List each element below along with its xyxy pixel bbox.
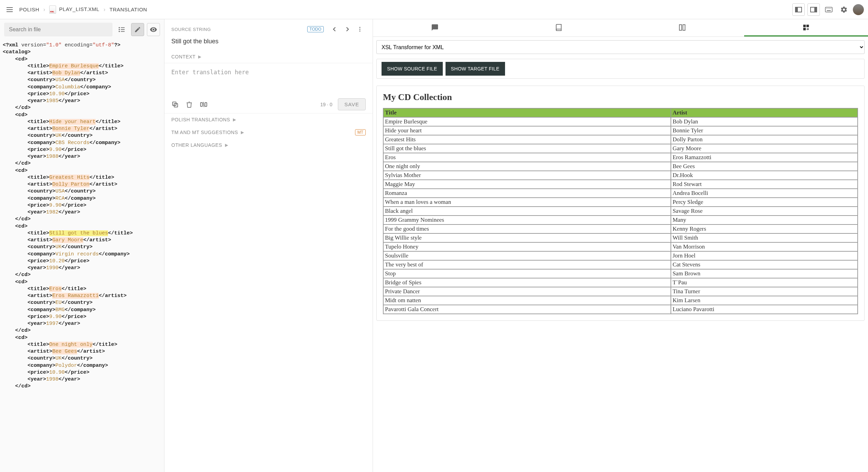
- edit-mode-button[interactable]: [131, 23, 144, 36]
- translation-input[interactable]: [164, 63, 373, 94]
- layout-split-right-button[interactable]: [807, 3, 820, 16]
- preview-title: My CD Collection: [383, 92, 858, 102]
- left-panel: <?xml version="1.0" encoding="utf-8"?> <…: [0, 19, 164, 472]
- cell-title: Pavarotti Gala Concert: [383, 305, 671, 314]
- keyboard-button[interactable]: [823, 3, 835, 16]
- copy-source-button[interactable]: [171, 101, 179, 108]
- cell-artist: Andrea Bocelli: [671, 189, 858, 198]
- breadcrumb-lang[interactable]: POLISH: [19, 7, 39, 12]
- cell-artist: Cat Stevens: [671, 260, 858, 269]
- cell-title: Big Willie style: [383, 233, 671, 242]
- svg-point-19: [360, 27, 361, 28]
- context-section[interactable]: CONTEXT ▶: [164, 51, 373, 63]
- tab-preview[interactable]: [744, 19, 868, 36]
- char-count: 19 · 0: [320, 102, 332, 107]
- caret-icon: ▶: [198, 54, 201, 59]
- right-panel: XSL Transformer for XML SHOW SOURCE FILE…: [373, 19, 868, 472]
- cell-artist: Tina Turner: [671, 287, 858, 296]
- cell-title: Bridge of Spies: [383, 278, 671, 287]
- delete-button[interactable]: [186, 101, 193, 108]
- translation-right: 19 · 0 SAVE: [320, 98, 366, 110]
- cell-title: Black angel: [383, 207, 671, 216]
- right-tabs: [373, 19, 868, 37]
- svg-rect-7: [825, 7, 832, 12]
- svg-rect-24: [201, 102, 203, 106]
- tab-glossary[interactable]: [497, 19, 621, 36]
- table-row: The very best ofCat Stevens: [383, 260, 858, 269]
- other-languages-section[interactable]: OTHER LANGUAGES ▶: [164, 139, 373, 151]
- cell-artist: Sam Brown: [671, 269, 858, 278]
- layout-split-left-button[interactable]: [792, 3, 805, 16]
- user-avatar[interactable]: [853, 4, 864, 15]
- svg-point-15: [119, 31, 120, 32]
- cell-title: The very best of: [383, 260, 671, 269]
- cell-artist: Bonnie Tyler: [671, 126, 858, 135]
- svg-rect-16: [121, 28, 125, 28]
- show-target-file-button[interactable]: SHOW TARGET FILE: [446, 62, 505, 76]
- save-button[interactable]: SAVE: [338, 98, 366, 110]
- cell-title: 1999 Grammy Nominees: [383, 216, 671, 224]
- cell-artist: Dr.Hook: [671, 171, 858, 180]
- svg-line-26: [203, 102, 204, 107]
- svg-rect-6: [815, 7, 817, 12]
- preview-table: Title Artist Empire BurlesqueBob DylanHi…: [383, 108, 858, 314]
- caret-icon: ▶: [241, 130, 244, 135]
- svg-rect-4: [795, 7, 797, 12]
- preview-mode-button[interactable]: [147, 23, 160, 36]
- source-text: Still got the blues: [164, 34, 373, 51]
- top-bar: POLISH › PLAY_LIST.XML › TRANSLATION: [0, 0, 868, 19]
- more-menu-button[interactable]: [354, 25, 366, 34]
- xml-source-view[interactable]: <?xml version="1.0" encoding="utf-8"?> <…: [0, 40, 164, 472]
- menu-button[interactable]: [4, 4, 15, 15]
- next-string-button[interactable]: [341, 24, 354, 34]
- polish-translations-section[interactable]: POLISH TRANSLATIONS ▶: [164, 113, 373, 126]
- svg-point-20: [360, 29, 361, 30]
- svg-rect-30: [806, 24, 809, 27]
- table-row: When a man loves a womanPercy Sledge: [383, 198, 858, 207]
- tm-suggestions-section[interactable]: TM AND MT SUGGESTIONS ▶ MT: [164, 126, 373, 139]
- prev-string-button[interactable]: [328, 24, 341, 34]
- cell-title: Eros: [383, 153, 671, 162]
- table-row: One night onlyBee Gees: [383, 162, 858, 171]
- breadcrumb-sep: ›: [104, 7, 105, 13]
- svg-rect-28: [683, 24, 685, 30]
- breadcrumb-section[interactable]: TRANSLATION: [109, 7, 147, 12]
- breadcrumb-file-wrap[interactable]: PLAY_LIST.XML: [49, 6, 99, 14]
- breadcrumb-sep: ›: [43, 7, 45, 13]
- status-badge: TODO: [307, 26, 324, 32]
- cell-artist: Luciano Pavarotti: [671, 305, 858, 314]
- svg-point-14: [119, 29, 120, 30]
- th-title: Title: [383, 108, 671, 117]
- transformer-select[interactable]: XSL Transformer for XML: [376, 40, 865, 54]
- show-source-file-button[interactable]: SHOW SOURCE FILE: [382, 62, 443, 76]
- cell-artist: Dolly Parton: [671, 135, 858, 144]
- th-artist: Artist: [671, 108, 858, 117]
- insert-tag-button[interactable]: [200, 101, 208, 108]
- table-row: 1999 Grammy NomineesMany: [383, 216, 858, 224]
- table-row: SoulsvilleJorn Hoel: [383, 251, 858, 260]
- cell-artist: Percy Sledge: [671, 198, 858, 207]
- table-row: Tupelo HoneyVan Morrison: [383, 242, 858, 251]
- cell-artist: Bob Dylan: [671, 117, 858, 126]
- cell-title: Private Dancer: [383, 287, 671, 296]
- cell-title: Still got the blues: [383, 144, 671, 153]
- svg-rect-25: [205, 102, 207, 106]
- cell-title: Hide your heart: [383, 126, 671, 135]
- table-row: For the good timesKenny Rogers: [383, 224, 858, 233]
- table-row: StopSam Brown: [383, 269, 858, 278]
- tab-comments[interactable]: [373, 19, 497, 36]
- cell-artist: Van Morrison: [671, 242, 858, 251]
- translation-tools: [171, 101, 208, 108]
- cell-artist: Kim Larsen: [671, 296, 858, 305]
- settings-button[interactable]: [838, 3, 850, 16]
- other-label: OTHER LANGUAGES: [171, 142, 222, 148]
- cell-title: For the good times: [383, 224, 671, 233]
- table-row: Hide your heartBonnie Tyler: [383, 126, 858, 135]
- table-row: Greatest HitsDolly Parton: [383, 135, 858, 144]
- cell-artist: Many: [671, 216, 858, 224]
- svg-point-21: [360, 31, 361, 32]
- tab-history[interactable]: [621, 19, 744, 36]
- list-view-button[interactable]: [115, 23, 128, 36]
- svg-rect-17: [121, 29, 125, 30]
- search-input[interactable]: [4, 23, 112, 36]
